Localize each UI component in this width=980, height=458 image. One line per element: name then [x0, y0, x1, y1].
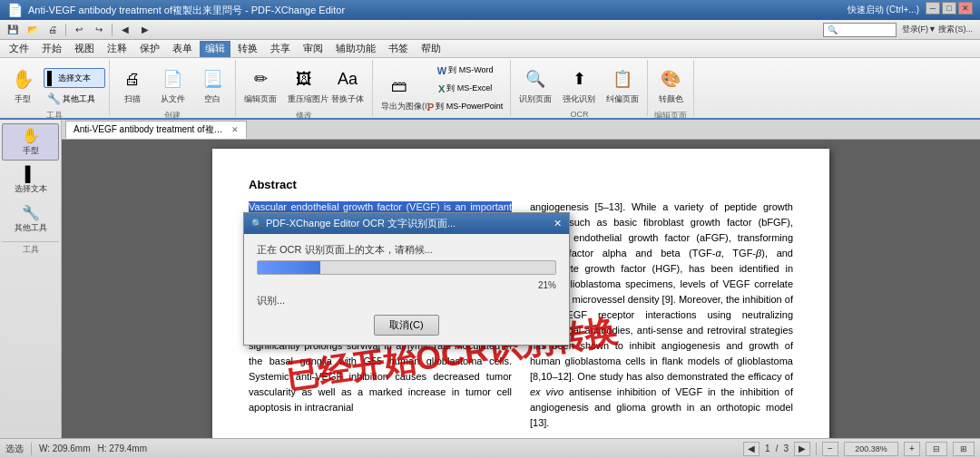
ribbon-btn-exportimage[interactable]: 🗃 导出为图像(I) — [377, 69, 422, 115]
tab-label: Anti-VEGF antibody treatment of複製出来里問号 — [74, 123, 228, 136]
search-input[interactable] — [838, 24, 892, 34]
menu-form[interactable]: 表单 — [167, 41, 198, 57]
ribbon-btn-ocr-page[interactable]: 🔍 识别页面 — [514, 62, 556, 108]
menu-view[interactable]: 视图 — [69, 41, 100, 57]
quick-search-box[interactable]: 🔍 — [823, 23, 897, 37]
blank-icon: 📃 — [198, 64, 227, 93]
dialog-button-row: 取消(C) — [257, 315, 556, 336]
toolbar-separator-2 — [112, 24, 113, 36]
window-title: Anti-VEGF antibody treatment of複製出来里問号 -… — [28, 4, 345, 17]
menu-annotate[interactable]: 注释 — [102, 41, 132, 57]
menu-help[interactable]: 帮助 — [416, 41, 446, 57]
menu-bookmarks[interactable]: 书签 — [383, 41, 414, 57]
document-tab[interactable]: Anti-VEGF antibody treatment of複製出来里問号 ✕ — [65, 121, 247, 139]
ocr-page-icon: 🔍 — [521, 64, 550, 93]
sidebar-tool-hand[interactable]: ✋ 手型 — [2, 123, 59, 161]
title-bar-left: 📄 Anti-VEGF antibody treatment of複製出来里問号… — [7, 3, 345, 17]
ribbon-btn-editpage[interactable]: ✏ 编辑页面 — [240, 62, 281, 108]
ribbon-btn-ocr-page-label: 识别页面 — [519, 93, 552, 105]
ribbon-btn-select-text[interactable]: ▌ 选择文本 — [44, 68, 105, 88]
minimize-button[interactable]: ─ — [926, 2, 940, 15]
ribbon-btn-hand-label: 手型 — [15, 93, 31, 105]
sidebar-tool-hand-label: 手型 — [23, 145, 39, 157]
tab-bar: Anti-VEGF antibody treatment of複製出来里問号 ✕ — [62, 120, 980, 140]
ribbon-group-tools: ✋ 手型 ▌ 选择文本 🔧 其他工具 工具 — [0, 60, 110, 116]
ribbon: ✋ 手型 ▌ 选择文本 🔧 其他工具 工具 — [0, 58, 980, 120]
save-quick-btn[interactable]: 💾 — [4, 22, 22, 38]
title-bar-controls: 快速启动 (Ctrl+...) ─ □ ✕ — [843, 2, 973, 18]
zoom-out-btn[interactable]: − — [822, 442, 838, 456]
select-text-icon: ▌ — [47, 71, 56, 85]
dialog-cancel-button[interactable]: 取消(C) — [374, 315, 438, 336]
menu-protect[interactable]: 保护 — [134, 41, 165, 57]
menu-share[interactable]: 共享 — [265, 41, 296, 57]
ribbon-btn-fromfile-label: 从文件 — [161, 93, 185, 105]
menu-review[interactable]: 审阅 — [298, 41, 328, 57]
ribbon-btn-to-ppt[interactable]: P 到 MS-PowerPoint — [424, 98, 506, 115]
progress-percentage: 21% — [257, 280, 556, 290]
menu-edit[interactable]: 编辑 — [200, 41, 230, 57]
ribbon-btn-recompress-label: 重压缩图片 — [288, 93, 320, 105]
left-sidebar: ✋ 手型 ▌ 选择文本 🔧 其他工具 工具 — [0, 120, 62, 438]
select-tool-icon: ▌ — [25, 166, 35, 182]
menu-convert[interactable]: 转换 — [232, 41, 263, 57]
ribbon-btn-to-ppt-label: 到 MS-PowerPoint — [436, 101, 503, 112]
ribbon-btn-editpage-label: 编辑页面 — [244, 93, 277, 105]
ribbon-btn-deskew-label: 纠偏页面 — [606, 93, 639, 105]
zoom-slider[interactable]: 200.38% — [844, 442, 898, 456]
back-quick-btn[interactable]: ◀ — [116, 22, 134, 38]
ribbon-btn-select-label: 选择文本 — [58, 73, 91, 84]
deskew-icon: 📋 — [608, 64, 637, 93]
sidebar-tool-other-label: 其他工具 — [15, 222, 47, 234]
redo-quick-btn[interactable]: ↪ — [90, 22, 108, 38]
ribbon-btn-enhance-ocr[interactable]: ⬆ 强化识别 — [558, 62, 600, 108]
ribbon-group-tools-label: 工具 — [46, 110, 63, 120]
fromfile-icon: 📄 — [158, 64, 187, 93]
ribbon-btn-hand[interactable]: ✋ 手型 — [4, 62, 42, 108]
ribbon-btn-recompress[interactable]: 🖼 重压缩图片 — [283, 62, 325, 108]
prev-page-btn[interactable]: ◀ — [743, 442, 760, 456]
sidebar-tool-select[interactable]: ▌ 选择文本 — [2, 162, 59, 199]
status-height: H: 279.4mm — [98, 443, 147, 453]
sidebar-tool-other[interactable]: 🔧 其他工具 — [2, 200, 59, 238]
zoom-in-btn[interactable]: + — [904, 442, 920, 456]
menu-file[interactable]: 文件 — [4, 41, 34, 57]
ribbon-btn-replacefont-label: 替换子体 — [331, 93, 364, 105]
ribbon-btn-to-word[interactable]: W 到 MS-Word — [424, 62, 506, 79]
status-sep-2 — [816, 443, 817, 455]
ribbon-btn-deskew[interactable]: 📋 纠偏页面 — [602, 62, 643, 108]
scan-icon: 🖨 — [118, 64, 147, 93]
ribbon-btn-blank[interactable]: 📃 空白 — [193, 62, 231, 108]
menu-options-btn[interactable]: 登录(F)▼ 搜索(S)... — [898, 22, 976, 38]
menu-home[interactable]: 开始 — [36, 41, 67, 57]
print-quick-btn[interactable]: 🖨 — [44, 22, 62, 38]
ribbon-btn-replacefont[interactable]: Aa 替换子体 — [327, 62, 368, 108]
ribbon-btn-scan[interactable]: 🖨 扫描 — [113, 62, 152, 108]
editpage-icon: ✏ — [246, 64, 275, 93]
toolbar-separator-1 — [65, 24, 66, 36]
ribbon-btn-other-tools[interactable]: 🔧 其他工具 — [44, 90, 105, 108]
undo-quick-btn[interactable]: ↩ — [70, 22, 88, 38]
current-page: 1 — [765, 443, 770, 453]
sidebar-tool-select-label: 选择文本 — [15, 183, 47, 195]
close-button[interactable]: ✕ — [958, 2, 973, 15]
ribbon-btn-colorconvert[interactable]: 🎨 转颜色 — [652, 62, 690, 108]
main-area: ✋ 手型 ▌ 选择文本 🔧 其他工具 工具 Anti-VEGF antibody… — [0, 120, 980, 438]
ribbon-btn-fromfile[interactable]: 📄 从文件 — [153, 62, 191, 108]
ribbon-btn-to-excel[interactable]: X 到 MS-Excel — [424, 80, 506, 97]
forward-quick-btn[interactable]: ▶ — [136, 22, 154, 38]
menu-accessibility[interactable]: 辅助功能 — [330, 41, 381, 57]
next-page-btn[interactable]: ▶ — [794, 442, 810, 456]
open-quick-btn[interactable]: 📂 — [24, 22, 42, 38]
tab-close-btn[interactable]: ✕ — [231, 125, 239, 134]
ribbon-group-editpage-label: 编辑页面 — [654, 110, 687, 120]
page-separator: / — [776, 443, 779, 453]
ribbon-btn-blank-label: 空白 — [204, 93, 220, 105]
maximize-button[interactable]: □ — [942, 2, 956, 15]
dialog-close-icon[interactable]: ✕ — [554, 218, 562, 229]
sidebar-section-label: 工具 — [2, 241, 59, 258]
other-tools-icon: 🔧 — [47, 93, 61, 105]
fit-width-btn[interactable]: ⊞ — [953, 442, 975, 456]
fit-page-btn[interactable]: ⊟ — [926, 442, 947, 456]
title-bar: 📄 Anti-VEGF antibody treatment of複製出来里問号… — [0, 0, 980, 20]
